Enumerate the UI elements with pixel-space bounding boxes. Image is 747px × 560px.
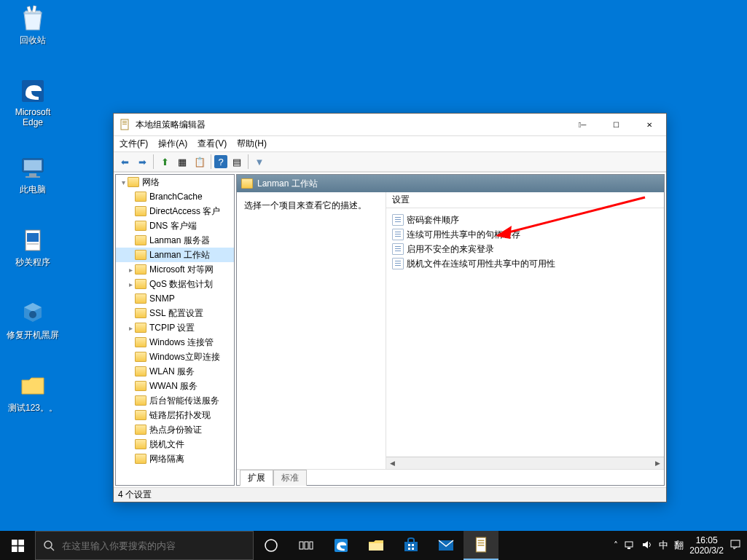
tree-item[interactable]: 链路层拓扑发现 (116, 408, 234, 422)
setting-item[interactable]: 脱机文件在连续可用性共享中的可用性 (389, 256, 661, 271)
menu-view[interactable]: 查看(V) (197, 138, 227, 150)
setting-icon (392, 229, 404, 240)
svg-rect-33 (412, 548, 414, 550)
svg-rect-13 (122, 122, 127, 123)
tree-item[interactable]: SSL 配置设置 (116, 306, 234, 320)
menu-help[interactable]: 帮助(H) (237, 138, 267, 150)
status-text: 4 个设置 (118, 489, 152, 501)
forward-button[interactable]: ➡ (134, 154, 150, 170)
ime-lang[interactable]: 中 (659, 539, 668, 552)
desktop-icon-edge[interactable]: Microsoft Edge (6, 76, 60, 127)
taskbar-gpedit[interactable] (464, 531, 498, 560)
svg-rect-20 (18, 546, 24, 552)
tree-item[interactable]: 网络隔离 (116, 451, 234, 466)
taskbar-store[interactable] (394, 531, 429, 560)
minimize-button[interactable]: ─ (566, 114, 599, 135)
titlebar[interactable]: 本地组策略编辑器 ─ ☐ ✕ (114, 114, 666, 135)
ime-mode[interactable]: 翻 (674, 539, 684, 552)
clock[interactable]: 16:05 2020/3/2 (689, 535, 724, 556)
window-body: ▾网络BranchCacheDirectAccess 客户DNS 客户端Lanm… (114, 172, 666, 487)
description-pane: 选择一个项目来查看它的描述。 (237, 192, 386, 469)
tree-item[interactable]: DirectAccess 客户 (116, 204, 234, 218)
content-header: Lanman 工作站 (237, 175, 664, 192)
svg-point-10 (29, 311, 36, 318)
setting-item[interactable]: 连续可用性共享中的句柄缓存 (389, 227, 661, 242)
taskbar-edge[interactable] (324, 531, 359, 560)
scroll-right-button[interactable]: ▶ (652, 457, 664, 469)
show-hide-tree-button[interactable]: ▦ (174, 154, 190, 170)
task-view-button[interactable] (289, 531, 324, 560)
svg-rect-8 (27, 233, 39, 242)
desktop-icon-this-pc[interactable]: 此电脑 (6, 153, 60, 196)
svg-point-21 (44, 541, 52, 548)
notifications-icon[interactable] (730, 539, 741, 553)
refresh-button[interactable]: 📋 (192, 154, 208, 170)
tree-item[interactable]: Lanman 服务器 (116, 233, 234, 248)
tree-pane[interactable]: ▾网络BranchCacheDirectAccess 客户DNS 客户端Lanm… (115, 174, 235, 486)
svg-rect-12 (122, 121, 127, 122)
horizontal-scrollbar[interactable]: ◀ ▶ (386, 457, 664, 469)
tab-extended[interactable]: 扩展 (240, 470, 273, 486)
system-tray: ˄ 中 翻 16:05 2020/3/2 (608, 531, 747, 560)
tree-item[interactable]: WWAN 服务 (116, 379, 234, 393)
desktop-icon-test123[interactable]: 测试123。。 (6, 371, 60, 414)
statusbar: 4 个设置 (114, 487, 666, 502)
tree-item[interactable]: SNMP (116, 291, 234, 306)
clock-time: 16:05 (689, 535, 724, 545)
menu-file[interactable]: 文件(F) (120, 138, 148, 150)
gpedit-window: 本地组策略编辑器 ─ ☐ ✕ 文件(F) 操作(A) 查看(V) 帮助(H) … (113, 113, 667, 502)
svg-rect-6 (26, 176, 40, 178)
desktop-icon-fix-boot[interactable]: 修复开机黑屏 (6, 299, 60, 342)
tree-item[interactable]: Windows立即连接 (116, 350, 234, 364)
desktop-icon-recycle-bin[interactable]: 回收站 (6, 4, 60, 47)
settings-list-header[interactable]: 设置 (386, 192, 664, 208)
cortana-button[interactable] (254, 531, 289, 560)
tree-item[interactable]: DNS 客户端 (116, 218, 234, 233)
svg-rect-38 (478, 545, 485, 546)
svg-rect-26 (310, 542, 313, 549)
svg-rect-30 (408, 544, 410, 546)
desktop-icon-label: 回收站 (20, 34, 46, 47)
tree-item[interactable]: 脱机文件 (116, 437, 234, 451)
setting-icon (392, 214, 404, 226)
scroll-left-button[interactable]: ◀ (386, 457, 399, 469)
tree-item[interactable]: WLAN 服务 (116, 364, 234, 379)
svg-rect-9 (27, 243, 39, 245)
help-button[interactable]: ? (214, 155, 227, 168)
tree-item[interactable]: BranchCache (116, 189, 234, 204)
gear-cube-icon (18, 299, 47, 328)
volume-icon[interactable] (641, 539, 653, 553)
tree-item[interactable]: ▸QoS 数据包计划 (116, 277, 234, 291)
desktop-icon-sec-close[interactable]: 秒关程序 (6, 226, 60, 269)
tree-item[interactable]: Windows 连接管 (116, 335, 234, 350)
filter-button[interactable]: ▼ (251, 154, 267, 170)
close-button[interactable]: ✕ (633, 114, 666, 135)
tree-item[interactable]: ▸TCPIP 设置 (116, 320, 234, 335)
app-icon (18, 226, 47, 255)
taskbar-search[interactable] (35, 531, 254, 560)
recycle-bin-icon (18, 4, 47, 33)
properties-button[interactable]: ▤ (229, 154, 245, 170)
back-button[interactable]: ⬅ (117, 154, 133, 170)
tab-standard[interactable]: 标准 (273, 470, 307, 486)
desktop-icon-label: Microsoft Edge (6, 107, 60, 127)
taskbar-explorer[interactable] (359, 531, 394, 560)
up-button[interactable]: ⬆ (157, 154, 173, 170)
tree-item[interactable]: ▸Microsoft 对等网 (116, 262, 234, 277)
setting-item[interactable]: 密码套件顺序 (389, 213, 661, 227)
tree-item[interactable]: 热点身份验证 (116, 422, 234, 437)
setting-item[interactable]: 启用不安全的来宾登录 (389, 242, 661, 256)
edge-icon (18, 76, 47, 106)
start-button[interactable] (0, 531, 35, 560)
tree-root[interactable]: ▾网络 (116, 175, 234, 189)
taskbar-mail[interactable] (429, 531, 464, 560)
maximize-button[interactable]: ☐ (599, 114, 633, 135)
svg-line-22 (51, 548, 54, 551)
svg-rect-14 (122, 124, 127, 125)
search-input[interactable] (62, 540, 246, 551)
tray-chevron-up-icon[interactable]: ˄ (614, 540, 618, 551)
tree-item[interactable]: Lanman 工作站 (116, 248, 234, 262)
menu-action[interactable]: 操作(A) (158, 138, 187, 150)
network-icon[interactable] (624, 539, 635, 553)
tree-item[interactable]: 后台智能传送服务 (116, 393, 234, 408)
